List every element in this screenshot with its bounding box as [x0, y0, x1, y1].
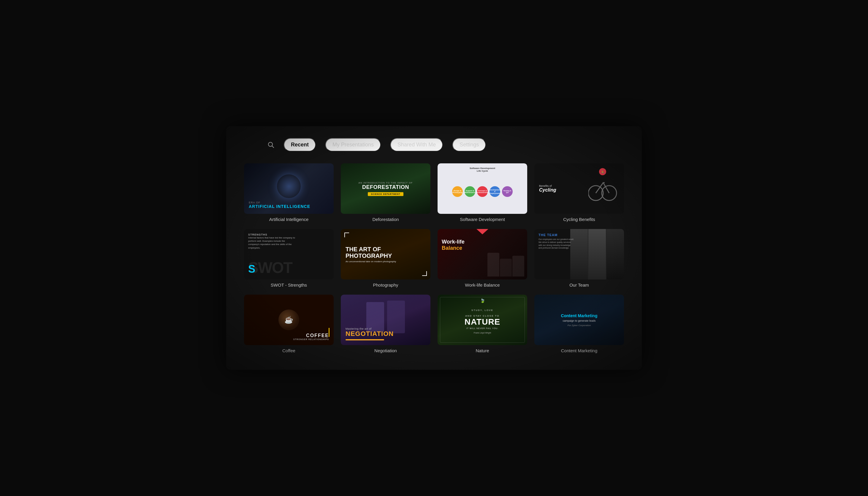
cycling-title: Cycling [539, 187, 556, 193]
sdlc-title: Software DevelopmentLife Cycle [470, 167, 495, 172]
sdlc-circle-5: Testing &QA [502, 186, 513, 197]
team-subtitle: Our employees are our greatest asset. We… [539, 238, 574, 249]
card-ai-label: Artificial Intelligence [244, 217, 334, 222]
worklife-title-line1: Work-life [442, 239, 523, 245]
card-worklife[interactable]: Work-life Balance Work-life Balance [437, 229, 527, 288]
card-team-label: Our Team [534, 282, 624, 288]
nature-text1: STUDY, LOVE [471, 309, 493, 312]
card-swot[interactable]: SWOT S STRENGTHS Internal factors that h… [244, 229, 334, 288]
swot-description: Internal factors that have led the compa… [248, 236, 296, 249]
card-swot-thumb: SWOT S STRENGTHS Internal factors that h… [244, 229, 334, 279]
nature-title: NATURE [465, 317, 500, 327]
defor-badge: SCIENCE DEPARTMENT [368, 192, 403, 196]
card-ai[interactable]: ERA OF ARTIFICIAL INTELLIGENCE Artificia… [244, 164, 334, 222]
presentations-grid: ERA OF ARTIFICIAL INTELLIGENCE Artificia… [244, 164, 624, 353]
worklife-title-line2: Balance [442, 245, 523, 251]
sdlc-circle-2: Support &Maintenance [465, 186, 475, 197]
nature-text2: AND STAY CLOSE TO [465, 314, 499, 317]
nature-tagline: IT WILL NEVER FAIL YOU. [466, 327, 498, 329]
card-photography[interactable]: THE ART OF PHOTOGRAPHY An unconventional… [341, 229, 431, 288]
coffee-cup: ☕ [278, 309, 299, 330]
card-ai-thumb: ERA OF ARTIFICIAL INTELLIGENCE [244, 164, 334, 214]
nego-title: NEGOTIATION [345, 330, 393, 337]
card-photography-label: Photography [341, 282, 431, 288]
card-nature-thumb: 🍃 STUDY, LOVE AND STAY CLOSE TO NATURE I… [437, 295, 527, 345]
card-worklife-label: Work-life Balance [437, 282, 527, 288]
sdlc-circle-4: Development &Deployment [489, 186, 500, 197]
ai-era-label: ERA OF [249, 201, 260, 204]
team-face-3 [607, 229, 624, 279]
card-coffee-label: Coffee [244, 348, 334, 353]
card-deforestation-thumb: An introduction to the impact of DEFORES… [341, 164, 431, 214]
photo-title: PHOTOGRAPHY [345, 252, 392, 259]
card-software[interactable]: Software DevelopmentLife Cycle Design &P… [437, 164, 527, 222]
cycling-label: Benefits of [539, 184, 556, 187]
card-cycling[interactable]: 🚴 Benefits of Cycling Cycling Benefits [534, 164, 624, 222]
tab-settings[interactable]: Settings [452, 138, 486, 152]
card-cycling-label: Cycling Benefits [534, 217, 624, 222]
card-content-marketing-label: Content Marketing [534, 348, 624, 353]
app-window: Recent My Presentations Shared With Me S… [226, 126, 642, 370]
card-negotiation-thumb: Mastering the art of NEGOTIATION [341, 295, 431, 345]
tab-my-presentations[interactable]: My Presentations [325, 138, 381, 152]
card-software-label: Software Development [437, 217, 527, 222]
coffee-title: COFFEE STRONGER RELATIONSHIPS [293, 333, 329, 340]
team-faces [570, 229, 624, 279]
card-worklife-thumb: Work-life Balance [437, 229, 527, 279]
svg-line-1 [272, 146, 274, 148]
defor-title: DEFORESTATION [362, 184, 409, 190]
card-deforestation-label: Deforestation [341, 217, 431, 222]
card-coffee[interactable]: ☕ COFFEE STRONGER RELATIONSHIPS Coffee [244, 295, 334, 353]
nature-leaf-icon: 🍃 [480, 298, 485, 303]
ai-title: ARTIFICIAL INTELLIGENCE [249, 204, 310, 209]
team-label: THE TEAM [539, 233, 574, 237]
worklife-triangle [477, 229, 488, 234]
tab-recent[interactable]: Recent [284, 138, 316, 152]
cm-company: For Zyber Corporation [567, 324, 591, 327]
swot-letter: S [248, 263, 255, 275]
card-negotiation-label: Negotiation [341, 348, 431, 353]
sdlc-circle-3: Concept &Brainstorming [477, 186, 488, 197]
tab-shared-with-me[interactable]: Shared With Me [390, 138, 443, 152]
photo-art-text: THE ART OF [345, 246, 381, 252]
navigation: Recent My Presentations Shared With Me S… [244, 138, 624, 152]
card-software-thumb: Software DevelopmentLife Cycle Design &P… [437, 164, 527, 214]
card-team[interactable]: THE TEAM Our employees are our greatest … [534, 229, 624, 288]
card-team-thumb: THE TEAM Our employees are our greatest … [534, 229, 624, 279]
card-coffee-thumb: ☕ COFFEE STRONGER RELATIONSHIPS [244, 295, 334, 345]
card-nature-label: Nature [437, 348, 527, 353]
card-content-marketing-thumb: Content Marketing campaign to generate l… [534, 295, 624, 345]
photo-subtitle: An unconventional take on modern photogr… [345, 260, 396, 263]
cm-subtitle: campaign to generate leads [563, 319, 595, 322]
card-photography-thumb: THE ART OF PHOTOGRAPHY An unconventional… [341, 229, 431, 279]
photo-corner-br [422, 271, 427, 276]
card-swot-label: SWOT - Strengths [244, 282, 334, 288]
swot-title: STRENGTHS [248, 233, 296, 236]
card-nature[interactable]: 🍃 STUDY, LOVE AND STAY CLOSE TO NATURE I… [437, 295, 527, 353]
nego-bar [345, 339, 384, 340]
card-content-marketing[interactable]: Content Marketing campaign to generate l… [534, 295, 624, 353]
card-deforestation[interactable]: An introduction to the impact of DEFORES… [341, 164, 431, 222]
sdlc-circle-1: Design &Prototyping [452, 186, 463, 197]
card-negotiation[interactable]: Mastering the art of NEGOTIATION Negotia… [341, 295, 431, 353]
team-face-2 [588, 229, 606, 279]
card-cycling-thumb: 🚴 Benefits of Cycling [534, 164, 624, 214]
search-icon[interactable] [268, 142, 274, 148]
bike-icon [588, 174, 618, 203]
cm-title: Content Marketing [561, 313, 598, 318]
nature-author: Frank Lloyd Wright [474, 332, 491, 334]
defor-subtitle: An introduction to the impact of [358, 182, 413, 184]
photo-corner-tl [344, 233, 349, 237]
